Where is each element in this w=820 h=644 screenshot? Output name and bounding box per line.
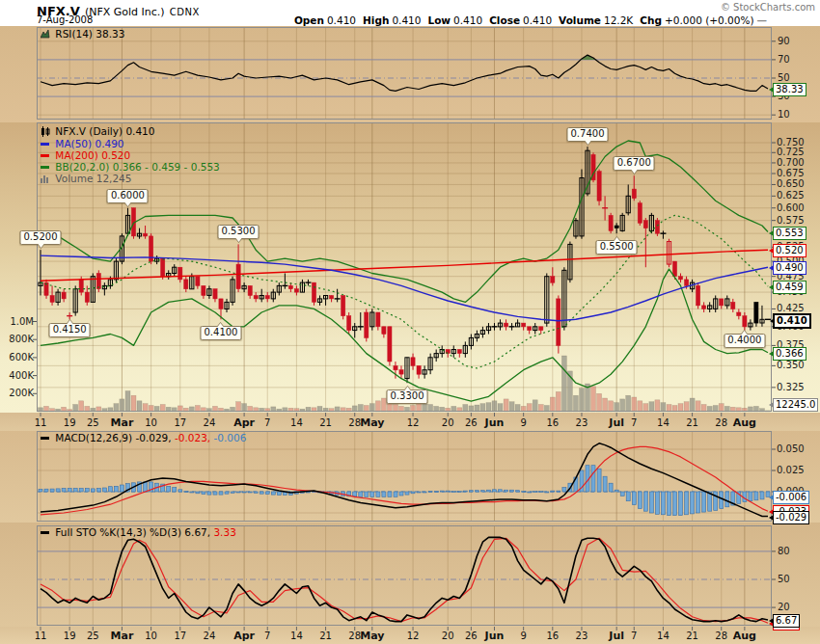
date-tick-label: Apr: [233, 631, 255, 641]
macd-histogram-bar: [685, 492, 689, 515]
rsi-axis-label: 70: [778, 55, 790, 65]
date-tick-label: 28: [348, 631, 361, 641]
candle-body: [79, 280, 83, 292]
candle-body: [254, 296, 258, 299]
candle-body: [539, 327, 543, 331]
candle-body: [184, 280, 188, 289]
quote-summary: Open0.410High0.410Low0.410Close0.410Volu…: [287, 14, 767, 26]
ma50-line-icon: [41, 143, 49, 146]
macd-histogram-bar: [626, 492, 630, 501]
volume-bar: [131, 395, 136, 412]
date-tick-label: 24: [204, 631, 216, 641]
quote-value: +0.000 (+0.00%): [665, 14, 754, 26]
quote-value: 0.410: [327, 14, 356, 26]
macd-histogram-bar: [56, 489, 60, 492]
company-name: (NFX Gold Inc.): [85, 6, 165, 18]
volume-bar: [492, 401, 497, 412]
macd-histogram-bar: [196, 492, 200, 494]
candle-body: [236, 264, 240, 289]
quote-value: 12.2K: [604, 14, 633, 26]
macd-histogram-bar: [423, 492, 426, 493]
macd-histogram-bar: [440, 491, 444, 492]
rsi-value-box: 38.33: [773, 83, 806, 96]
volume-axis-label: 1.0M: [2, 317, 34, 327]
candle-body: [685, 280, 689, 286]
ma200-line-icon: [41, 154, 49, 157]
date-tick-label: 28: [348, 417, 361, 428]
volume-bar: [417, 404, 422, 412]
copyright: © StockCharts.com: [721, 2, 815, 13]
macd-histogram-bar: [632, 492, 636, 505]
date-tick-label: 24: [204, 417, 216, 428]
volume-bar: [661, 403, 666, 412]
date-tick-label: 21: [686, 631, 698, 641]
price-axis-label: 0.600: [777, 203, 805, 213]
volume-axis-label: 200K: [2, 389, 34, 398]
macd-histogram-bar: [231, 492, 234, 493]
price-value-box: 0.366: [773, 347, 806, 361]
macd-histogram-bar: [225, 492, 229, 494]
macd-line-icon: [41, 437, 49, 440]
volume-bar: [509, 402, 514, 412]
candle-body: [632, 189, 636, 199]
date-tick-label: 17: [174, 631, 186, 641]
date-tick-label: 16: [546, 631, 559, 641]
macd-histogram-bar: [207, 492, 211, 495]
macd-histogram-bar: [499, 490, 503, 492]
macd-histogram-bar: [510, 490, 514, 492]
macd-histogram-bar: [370, 492, 374, 496]
macd-histogram-bar: [167, 486, 171, 492]
macd-histogram-bar: [376, 492, 380, 496]
macd-histogram-bar: [394, 492, 397, 496]
candlestick-icon: [41, 126, 50, 137]
macd-histogram-bar: [725, 492, 729, 507]
volume-bar: [480, 404, 485, 412]
date-tick-label: 11: [35, 631, 47, 641]
volume-bar: [609, 401, 614, 412]
macd-histogram-bar: [114, 486, 118, 492]
candle-body: [557, 299, 560, 346]
macd-histogram-bar: [649, 492, 653, 513]
macd-legend: MACD(12,26,9) -0.029, -0.023, -0.006: [41, 433, 246, 444]
macd-histogram-bar: [202, 492, 205, 495]
macd-histogram-bar: [219, 492, 223, 495]
candle-body: [702, 306, 706, 309]
macd-histogram-bar: [79, 489, 83, 493]
quote-value: 0.410: [453, 14, 482, 26]
volume-bar: [719, 404, 724, 412]
volume-bar: [515, 405, 520, 413]
volume-bar: [475, 405, 479, 412]
volume-bar: [143, 404, 148, 412]
candle-body: [522, 323, 526, 327]
price-axis-label: 0.750: [777, 138, 805, 148]
quote-label: Volume: [559, 14, 601, 26]
date-tick-label: 9: [520, 417, 526, 428]
price-axis-label: 0.675: [777, 169, 805, 178]
macd-histogram-bar: [457, 492, 461, 493]
date-tick-label: 14: [657, 631, 670, 641]
quote-label: Chg: [640, 14, 662, 26]
volume-bar: [696, 401, 700, 412]
date-tick-label: 25: [87, 631, 99, 641]
date-tick-label: 12: [407, 631, 420, 641]
chart-canvas: [0, 0, 820, 644]
macd-histogram-bar: [469, 491, 473, 492]
candle-body: [62, 292, 66, 299]
candle-body: [394, 365, 397, 369]
volume-bar: [701, 405, 706, 413]
volume-bar: [114, 404, 119, 412]
macd-value-box: -0.029: [773, 511, 809, 524]
macd-histogram-bar: [691, 492, 695, 514]
candle-body: [219, 299, 223, 309]
price-annotation: 0.4150: [49, 323, 91, 337]
date-tick-label: Aug: [733, 631, 756, 641]
date-tick-label: 10: [145, 417, 157, 428]
macd-histogram-bar: [190, 492, 194, 493]
price-annotation: 0.5300: [218, 225, 260, 239]
date-tick-label: Aug: [733, 417, 756, 428]
candle-body: [294, 289, 298, 292]
date-tick-label: Apr: [233, 417, 255, 428]
date-tick-label: 20: [442, 417, 454, 428]
macd-histogram-bar: [144, 482, 148, 492]
macd-histogram-bar: [480, 491, 484, 492]
